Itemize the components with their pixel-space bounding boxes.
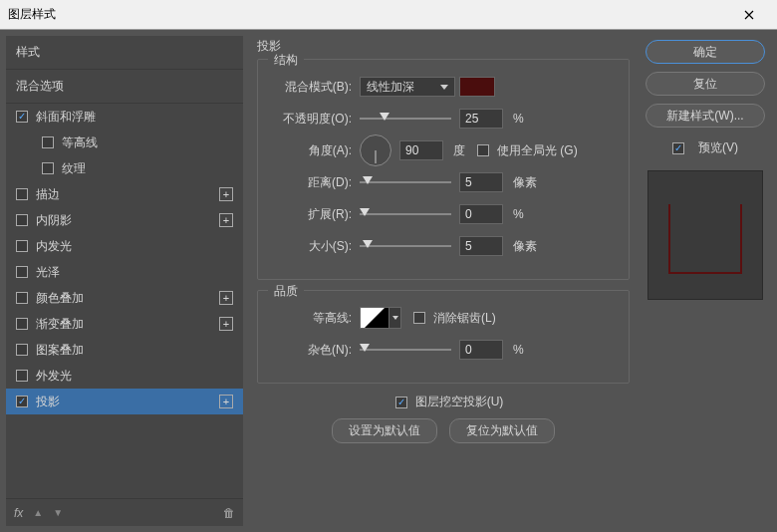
new-style-button[interactable]: 新建样式(W)... (646, 104, 765, 128)
quality-fieldset: 品质 等高线: 消除锯齿(L) 杂色(N): % (257, 290, 630, 384)
effect-item-10[interactable]: 外发光 (6, 363, 243, 389)
effect-checkbox[interactable] (16, 266, 28, 278)
distance-slider[interactable] (360, 174, 451, 190)
spread-input[interactable] (459, 204, 503, 224)
structure-fieldset: 结构 混合模式(B): 线性加深 不透明度(O): % 角度(A): 度 使用 (257, 59, 630, 280)
effect-checkbox[interactable] (16, 111, 28, 123)
knockout-checkbox[interactable]: 图层挖空投影(U) (395, 394, 504, 410)
sidebar-footer: fx ▲ ▼ 🗑 (6, 498, 243, 526)
effect-label: 斜面和浮雕 (36, 109, 233, 126)
antialias-box (413, 312, 425, 324)
preview-checkbox[interactable]: 预览(V) (672, 139, 738, 156)
add-effect-icon[interactable] (219, 317, 233, 331)
blend-mode-label: 混合模式(B): (270, 79, 360, 96)
right-column: 确定 复位 新建样式(W)... 预览(V) (640, 36, 771, 526)
effect-label: 光泽 (36, 264, 233, 281)
effect-item-8[interactable]: 渐变叠加 (6, 311, 243, 337)
opacity-input[interactable] (459, 109, 503, 129)
effect-item-0[interactable]: 斜面和浮雕 (6, 104, 243, 130)
effect-checkbox[interactable] (16, 370, 28, 382)
add-effect-icon[interactable] (219, 213, 233, 227)
effect-item-11[interactable]: 投影 (6, 389, 243, 414)
effect-item-9[interactable]: 图案叠加 (6, 337, 243, 363)
effect-label: 等高线 (62, 134, 233, 151)
shadow-color-swatch[interactable] (459, 77, 495, 97)
effect-checkbox[interactable] (16, 292, 28, 304)
effect-item-3[interactable]: 描边 (6, 181, 243, 207)
size-slider[interactable] (360, 238, 451, 254)
contour-picker[interactable] (360, 307, 389, 329)
add-effect-icon[interactable] (219, 291, 233, 305)
move-down-icon[interactable]: ▼ (53, 507, 63, 518)
add-effect-icon[interactable] (219, 187, 233, 201)
spread-label: 扩展(R): (270, 206, 360, 223)
effect-item-7[interactable]: 颜色叠加 (6, 285, 243, 311)
close-button[interactable] (729, 0, 769, 30)
effect-label: 纹理 (62, 160, 233, 177)
global-light-box (477, 144, 489, 156)
knockout-label: 图层挖空投影(U) (415, 394, 504, 410)
add-effect-icon[interactable] (219, 395, 233, 408)
size-input[interactable] (459, 236, 503, 256)
spread-unit: % (513, 207, 524, 221)
effect-item-2[interactable]: 纹理 (6, 155, 243, 181)
effect-label: 颜色叠加 (36, 290, 215, 307)
blend-options-item[interactable]: 混合选项 (6, 70, 243, 104)
effect-label: 渐变叠加 (36, 316, 215, 333)
effect-checkbox[interactable] (16, 240, 28, 252)
effect-checkbox[interactable] (16, 344, 28, 356)
opacity-label: 不透明度(O): (270, 111, 360, 128)
angle-input[interactable] (399, 140, 443, 160)
effect-checkbox[interactable] (42, 136, 54, 148)
ok-button[interactable]: 确定 (646, 40, 765, 64)
noise-unit: % (513, 343, 524, 357)
preview-thumbnail (648, 170, 763, 300)
contour-dropdown-icon[interactable] (389, 307, 401, 329)
distance-input[interactable] (459, 172, 503, 192)
effect-checkbox[interactable] (16, 396, 28, 407)
reset-default-button[interactable]: 复位为默认值 (449, 418, 555, 443)
quality-legend: 品质 (268, 283, 304, 300)
opacity-unit: % (513, 112, 524, 126)
dialog-body: 样式 混合选项 斜面和浮雕等高线纹理描边内阴影内发光光泽颜色叠加渐变叠加图案叠加… (0, 30, 777, 532)
effect-label: 外发光 (36, 368, 233, 385)
opacity-slider[interactable] (360, 111, 451, 127)
fx-icon[interactable]: fx (14, 506, 23, 520)
cancel-button[interactable]: 复位 (646, 72, 765, 96)
noise-slider[interactable] (360, 342, 451, 358)
effect-item-5[interactable]: 内发光 (6, 233, 243, 259)
effect-item-6[interactable]: 光泽 (6, 259, 243, 285)
global-light-label: 使用全局光 (G) (497, 142, 578, 159)
make-default-button[interactable]: 设置为默认值 (332, 418, 437, 443)
effects-sidebar: 样式 混合选项 斜面和浮雕等高线纹理描边内阴影内发光光泽颜色叠加渐变叠加图案叠加… (6, 36, 243, 526)
move-up-icon[interactable]: ▲ (33, 507, 43, 518)
preview-label: 预览(V) (698, 139, 738, 156)
distance-unit: 像素 (513, 174, 537, 191)
blend-mode-dropdown[interactable]: 线性加深 (360, 77, 455, 97)
size-label: 大小(S): (270, 238, 360, 255)
blend-mode-value: 线性加深 (367, 79, 414, 96)
effect-checkbox[interactable] (16, 214, 28, 226)
effect-checkbox[interactable] (16, 318, 28, 330)
sidebar-header: 样式 (6, 36, 243, 70)
structure-legend: 结构 (268, 52, 304, 69)
effect-item-4[interactable]: 内阴影 (6, 207, 243, 233)
settings-panel: 投影 结构 混合模式(B): 线性加深 不透明度(O): % 角度(A): 度 (243, 36, 640, 526)
noise-input[interactable] (459, 340, 503, 360)
antialias-checkbox[interactable]: 消除锯齿(L) (413, 310, 496, 327)
angle-label: 角度(A): (270, 142, 360, 159)
trash-icon[interactable]: 🗑 (223, 506, 235, 520)
size-unit: 像素 (513, 238, 537, 255)
angle-dial[interactable] (360, 134, 391, 166)
effect-item-1[interactable]: 等高线 (6, 130, 243, 155)
spread-slider[interactable] (360, 206, 451, 222)
effect-checkbox[interactable] (16, 188, 28, 200)
global-light-checkbox[interactable]: 使用全局光 (G) (477, 142, 578, 159)
effect-checkbox[interactable] (42, 162, 54, 174)
title-bar: 图层样式 (0, 0, 777, 30)
effect-label: 内发光 (36, 238, 233, 255)
antialias-label: 消除锯齿(L) (433, 310, 496, 327)
effect-label: 内阴影 (36, 212, 215, 229)
effect-label: 投影 (36, 394, 215, 410)
close-icon (744, 10, 754, 20)
